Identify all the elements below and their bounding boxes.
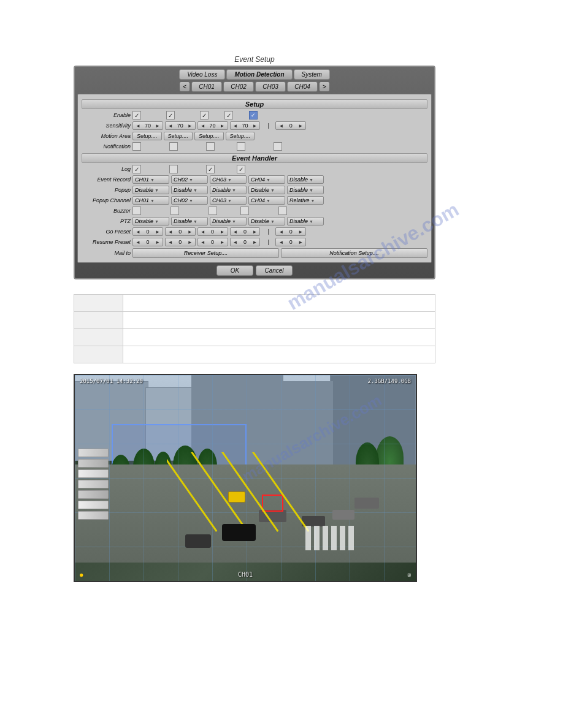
go-preset-ch03-dec[interactable]: ◄ [199,229,207,235]
go-preset-ch02-spinner[interactable]: ◄ 0 ► [165,227,196,236]
resume-preset-ch05-spinner[interactable]: ◄ 0 ► [275,238,306,246]
sensitivity-ch05-spinner[interactable]: ◄ 0 ► [275,121,306,130]
notification-ch01-checkbox[interactable] [132,142,141,151]
sensitivity-ch02-dec[interactable]: ◄ [167,123,174,129]
sensitivity-ch04-dec[interactable]: ◄ [232,123,239,129]
popup-channel-ch01-dropdown[interactable]: CH01 ▼ [132,196,169,205]
motion-area-ch04-btn[interactable]: Setup.... [226,132,255,140]
log-ch01-checkbox[interactable] [132,165,141,173]
popup-ch04-dropdown[interactable]: Disable ▼ [248,186,285,194]
sensitivity-ch03-inc[interactable]: ► [219,123,226,129]
popup-ch01-dropdown[interactable]: Disable ▼ [132,186,169,194]
resume-preset-ch01-dec[interactable]: ◄ [134,240,142,245]
log-ch03-checkbox[interactable] [206,165,215,173]
event-record-ch01-dropdown[interactable]: CH01 ▼ [132,175,169,184]
motion-area-ch02-btn[interactable]: Setup.... [164,132,193,140]
buzzer-ch03-checkbox[interactable] [209,207,217,215]
ptz-ch05-dropdown[interactable]: Disable ▼ [287,217,324,226]
notification-setup-btn[interactable]: Notification Setup.... [281,248,427,258]
go-preset-ch02-dec[interactable]: ◄ [167,229,174,235]
sensitivity-ch01-dec[interactable]: ◄ [134,123,142,129]
resume-preset-ch01-spinner[interactable]: ◄ 0 ► [132,238,163,246]
go-preset-ch04-spinner[interactable]: ◄ 0 ► [230,227,261,236]
channel-next-btn[interactable]: > [319,82,330,92]
buzzer-ch05-checkbox[interactable] [278,207,287,215]
resume-preset-ch02-spinner[interactable]: ◄ 0 ► [165,238,196,246]
resume-preset-ch04-inc[interactable]: ► [251,240,258,245]
tab-motion-detection[interactable]: Motion Detection [226,69,292,80]
sensitivity-ch04-spinner[interactable]: ◄ 70 ► [230,121,261,130]
resume-preset-ch01-inc[interactable]: ► [154,240,161,245]
buzzer-ch01-checkbox[interactable] [132,207,141,215]
resume-preset-ch05-inc[interactable]: ► [297,240,304,245]
resume-preset-ch03-dec[interactable]: ◄ [199,240,207,245]
go-preset-ch01-inc[interactable]: ► [154,229,161,235]
sensitivity-ch04-inc[interactable]: ► [251,123,258,129]
popup-channel-ch03-dropdown[interactable]: CH03 ▼ [210,196,247,205]
log-ch02-checkbox[interactable] [169,165,178,173]
tab-video-loss[interactable]: Video Loss [179,69,225,80]
sensitivity-ch05-inc[interactable]: ► [297,123,304,129]
resume-preset-ch04-spinner[interactable]: ◄ 0 ► [230,238,261,246]
motion-area-ch03-btn[interactable]: Setup.... [194,132,224,140]
popup-ch03-dropdown[interactable]: Disable ▼ [210,186,247,194]
go-preset-ch05-spinner[interactable]: ◄ 0 ► [275,227,306,236]
receiver-setup-btn[interactable]: Receiver Setup.... [132,248,279,258]
enable-ch02-checkbox[interactable] [166,111,175,119]
event-record-ch02-dropdown[interactable]: CH02 ▼ [171,175,208,184]
go-preset-ch04-dec[interactable]: ◄ [232,229,239,235]
notification-ch04-checkbox[interactable] [237,142,245,151]
enable-ch01-checkbox[interactable] [132,111,141,119]
go-preset-ch02-inc[interactable]: ► [186,229,194,235]
enable-ch04-checkbox[interactable] [224,111,233,119]
go-preset-ch03-inc[interactable]: ► [219,229,226,235]
event-record-ch05-dropdown[interactable]: Disable ▼ [287,175,324,184]
sensitivity-ch03-spinner[interactable]: ◄ 70 ► [197,121,228,130]
popup-ch02-dropdown[interactable]: Disable ▼ [171,186,208,194]
motion-area-ch01-btn[interactable]: Setup.... [132,132,162,140]
popup-channel-ch05-dropdown[interactable]: Relative ▼ [287,196,324,205]
buzzer-ch02-checkbox[interactable] [170,207,179,215]
event-record-ch03-dropdown[interactable]: CH03 ▼ [210,175,247,184]
popup-channel-ch04-dropdown[interactable]: CH04 ▼ [248,196,285,205]
event-record-ch04-dropdown[interactable]: CH04 ▼ [248,175,285,184]
sensitivity-ch02-spinner[interactable]: ◄ 70 ► [165,121,196,130]
go-preset-ch01-spinner[interactable]: ◄ 0 ► [132,227,163,236]
resume-preset-ch02-dec[interactable]: ◄ [167,240,174,245]
enable-ch05-checkbox[interactable] [249,111,258,119]
ptz-ch02-dropdown[interactable]: Disable ▼ [171,217,208,226]
popup-ch05-dropdown[interactable]: Disable ▼ [287,186,324,194]
sensitivity-ch01-spinner[interactable]: ◄ 70 ► [132,121,163,130]
go-preset-ch04-inc[interactable]: ► [251,229,258,235]
table-row [74,295,435,312]
go-preset-ch05-inc[interactable]: ► [297,229,304,235]
sensitivity-ch03-dec[interactable]: ◄ [199,123,207,129]
go-preset-ch01-dec[interactable]: ◄ [134,229,142,235]
resume-preset-ch04-dec[interactable]: ◄ [232,240,239,245]
channel-prev-btn[interactable]: < [179,82,190,92]
ptz-ch03-dropdown[interactable]: Disable ▼ [210,217,247,226]
resume-preset-ch02-inc[interactable]: ► [186,240,194,245]
resume-preset-ch03-inc[interactable]: ► [219,240,226,245]
camera-expand-icon[interactable]: ⊞ [408,572,411,578]
notification-ch05-checkbox[interactable] [274,142,282,151]
resume-preset-ch03-spinner[interactable]: ◄ 0 ► [197,238,228,246]
notification-ch02-checkbox[interactable] [169,142,178,151]
sensitivity-ch05-dec[interactable]: ◄ [277,123,285,129]
tab-system[interactable]: System [294,69,330,80]
ok-button[interactable]: OK [216,265,253,276]
popup-channel-ch05-val: Relative [289,197,310,203]
sensitivity-ch01-inc[interactable]: ► [154,123,161,129]
buzzer-ch04-checkbox[interactable] [240,207,249,215]
go-preset-ch05-dec[interactable]: ◄ [277,229,285,235]
enable-ch03-checkbox[interactable] [200,111,209,119]
ptz-ch04-dropdown[interactable]: Disable ▼ [248,217,285,226]
resume-preset-ch05-dec[interactable]: ◄ [277,240,285,245]
sensitivity-ch02-inc[interactable]: ► [186,123,194,129]
log-ch04-checkbox[interactable] [237,165,245,173]
popup-channel-ch02-dropdown[interactable]: CH02 ▼ [171,196,208,205]
go-preset-ch03-spinner[interactable]: ◄ 0 ► [197,227,228,236]
notification-ch03-checkbox[interactable] [206,142,215,151]
cancel-button[interactable]: Cancel [256,265,293,276]
ptz-ch01-dropdown[interactable]: Disable ▼ [132,217,169,226]
